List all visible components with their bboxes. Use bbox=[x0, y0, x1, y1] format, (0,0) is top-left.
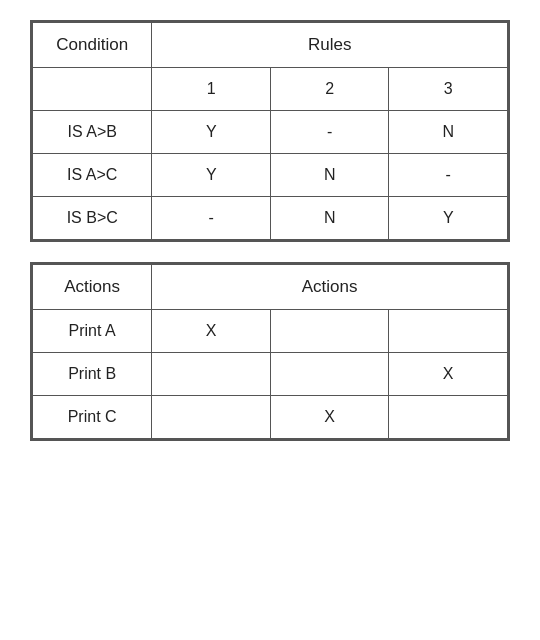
action-rule-cell bbox=[270, 310, 389, 353]
condition-cell: IS B>C bbox=[33, 197, 152, 240]
actions-header-left: Actions bbox=[33, 265, 152, 310]
actions-header-right: Actions bbox=[152, 265, 508, 310]
rule-cell: N bbox=[270, 197, 389, 240]
action-rule-cell bbox=[152, 396, 271, 439]
action-rule-cell bbox=[389, 396, 508, 439]
action-rule-cell: X bbox=[389, 353, 508, 396]
action-cell: Print C bbox=[33, 396, 152, 439]
rule-cell: N bbox=[389, 111, 508, 154]
rule-cell: N bbox=[270, 154, 389, 197]
condition-cell: IS A>B bbox=[33, 111, 152, 154]
table-row: Print B X bbox=[33, 353, 508, 396]
action-cell: Print A bbox=[33, 310, 152, 353]
rule-col-2: 2 bbox=[270, 68, 389, 111]
rule-cell: - bbox=[389, 154, 508, 197]
rule-col-3: 3 bbox=[389, 68, 508, 111]
table-row: Print C X bbox=[33, 396, 508, 439]
rule-col-1: 1 bbox=[152, 68, 270, 111]
table-row: Print A X bbox=[33, 310, 508, 353]
table-row: IS A>B Y - N bbox=[33, 111, 508, 154]
condition-cell: IS A>C bbox=[33, 154, 152, 197]
table-row: IS B>C - N Y bbox=[33, 197, 508, 240]
table-row: IS A>C Y N - bbox=[33, 154, 508, 197]
rule-cell: Y bbox=[152, 111, 270, 154]
action-rule-cell bbox=[270, 353, 389, 396]
condition-header: Condition bbox=[33, 23, 152, 68]
rule-cell: Y bbox=[389, 197, 508, 240]
rule-cell: - bbox=[270, 111, 389, 154]
action-cell: Print B bbox=[33, 353, 152, 396]
action-rule-cell: X bbox=[270, 396, 389, 439]
rule-cell: - bbox=[152, 197, 270, 240]
conditions-table: Condition Rules 1 2 3 IS A>B Y - N IS A>… bbox=[30, 20, 510, 242]
action-rule-cell: X bbox=[152, 310, 271, 353]
action-rule-cell bbox=[389, 310, 508, 353]
action-rule-cell bbox=[152, 353, 271, 396]
rule-cell: Y bbox=[152, 154, 270, 197]
rules-header: Rules bbox=[152, 23, 508, 68]
sub-header-empty bbox=[33, 68, 152, 111]
actions-table: Actions Actions Print A X Print B X Prin… bbox=[30, 262, 510, 441]
